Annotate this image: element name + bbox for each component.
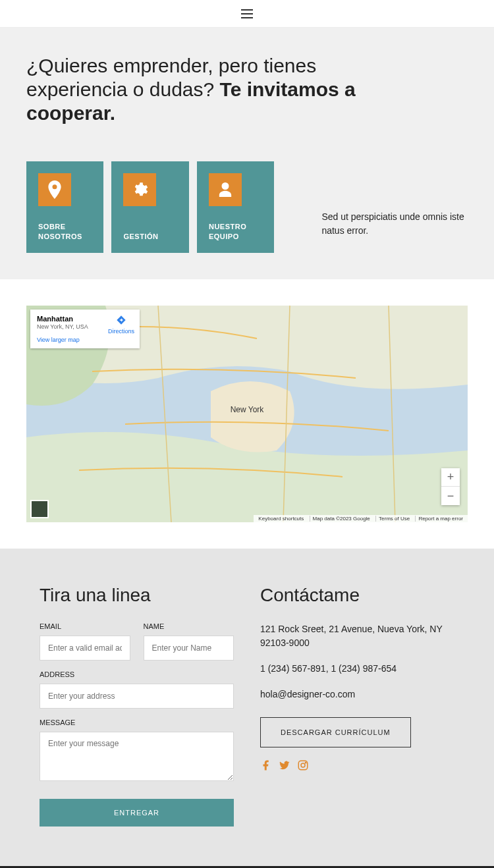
- map-info-box: Directions Manhattan New York, NY, USA V…: [30, 310, 140, 348]
- download-cv-button[interactable]: DESCARGAR CURRÍCULUM: [260, 717, 411, 747]
- social-icons: [260, 759, 454, 771]
- facebook-icon[interactable]: [260, 759, 272, 771]
- submit-button[interactable]: ENTREGAR: [40, 799, 234, 827]
- card-about[interactable]: SOBRE NOSOTROS: [26, 161, 103, 253]
- message-label: MESSAGE: [40, 719, 234, 726]
- twitter-icon[interactable]: [279, 759, 290, 771]
- contact-phone: 1 (234) 567-891, 1 (234) 987-654: [260, 662, 454, 676]
- hero-section: ¿Quieres emprender, pero tienes experien…: [0, 28, 494, 279]
- card-team[interactable]: NUESTRO EQUIPO: [197, 161, 274, 253]
- card-label: NUESTRO EQUIPO: [209, 222, 262, 241]
- directions-label: Directions: [108, 328, 134, 335]
- map[interactable]: Directions Manhattan New York, NY, USA V…: [26, 306, 468, 522]
- message-field[interactable]: [40, 732, 234, 781]
- card-label: SOBRE NOSOTROS: [38, 222, 92, 241]
- card-management[interactable]: GESTIÓN: [111, 161, 188, 253]
- cards-row: SOBRE NOSOTROS GESTIÓN NUESTRO EQUIPO Se…: [26, 161, 468, 253]
- satellite-toggle[interactable]: [30, 500, 49, 518]
- directions-button[interactable]: Directions: [108, 315, 134, 335]
- map-section: Directions Manhattan New York, NY, USA V…: [0, 279, 494, 549]
- gear-icon: [123, 173, 156, 206]
- card-label: GESTIÓN: [123, 232, 177, 241]
- contact-email: hola@designer-co.com: [260, 688, 454, 701]
- attrib-terms[interactable]: Terms of Use: [375, 516, 410, 522]
- hero-title: ¿Quieres emprender, pero tienes experien…: [26, 54, 375, 125]
- map-attribution: Keyboard shortcuts Map data ©2023 Google…: [254, 515, 468, 522]
- email-field[interactable]: [40, 636, 130, 661]
- contact-address: 121 Rock Sreet, 21 Avenue, Nueva York, N…: [260, 622, 454, 650]
- name-field[interactable]: [144, 636, 234, 661]
- map-center-label: New York: [231, 405, 264, 414]
- side-text: Sed ut perspiciatis unde omnis iste natu…: [321, 177, 468, 238]
- svg-point-2: [301, 763, 305, 767]
- contact-section: Tira una linea EMAIL NAME ADDRESS MESSAG…: [0, 549, 494, 866]
- form-column: Tira una linea EMAIL NAME ADDRESS MESSAG…: [40, 585, 234, 827]
- attrib-shortcuts[interactable]: Keyboard shortcuts: [258, 516, 304, 522]
- attrib-data: Map data ©2023 Google: [310, 516, 370, 522]
- attrib-report[interactable]: Report a map error: [415, 516, 463, 522]
- view-larger-map-link[interactable]: View larger map: [37, 337, 133, 343]
- contact-heading: Contáctame: [260, 585, 454, 606]
- form-heading: Tira una linea: [40, 585, 234, 606]
- zoom-out-button[interactable]: −: [441, 487, 460, 505]
- instagram-icon[interactable]: [297, 759, 309, 771]
- top-nav: [0, 0, 494, 28]
- name-label: NAME: [144, 622, 234, 630]
- address-field[interactable]: [40, 684, 234, 709]
- svg-point-3: [305, 762, 306, 763]
- pin-icon: [38, 173, 71, 206]
- map-zoom-controls: + −: [441, 468, 460, 505]
- hamburger-menu-icon[interactable]: [241, 9, 253, 18]
- user-icon: [209, 173, 242, 206]
- address-label: ADDRESS: [40, 670, 234, 678]
- contact-column: Contáctame 121 Rock Sreet, 21 Avenue, Nu…: [260, 585, 454, 827]
- zoom-in-button[interactable]: +: [441, 468, 460, 487]
- email-label: EMAIL: [40, 622, 130, 630]
